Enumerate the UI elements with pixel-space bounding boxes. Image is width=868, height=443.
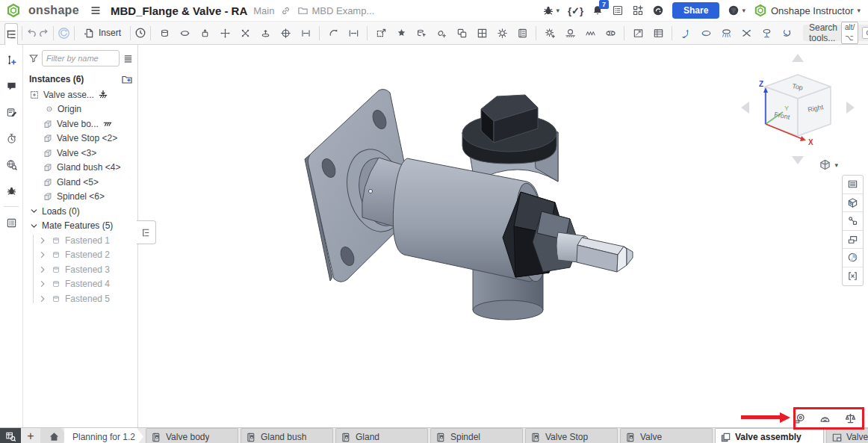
home-tab[interactable] xyxy=(40,428,67,443)
mate-icon[interactable] xyxy=(155,24,174,43)
named-view-icon[interactable] xyxy=(757,24,776,43)
slider-mate-icon[interactable] xyxy=(255,24,275,43)
tree-item-valve-stop-2[interactable]: Valve Stop <2> xyxy=(23,131,137,146)
tab-gland-bush[interactable]: Gland bush xyxy=(241,428,333,443)
workspace-label[interactable]: Main xyxy=(253,5,274,16)
assembly-structure-toggle-icon[interactable] xyxy=(4,23,18,45)
tab-spindel[interactable]: Spindel xyxy=(430,428,523,443)
tree-item-fastened-1[interactable]: Fastened 1 xyxy=(23,233,137,248)
star-feature-icon[interactable] xyxy=(391,24,411,43)
publication-search-icon[interactable] xyxy=(3,157,19,172)
learning-center-icon[interactable] xyxy=(652,4,664,16)
translate-instance-icon[interactable] xyxy=(344,24,363,43)
app-store-icon[interactable] xyxy=(632,4,644,16)
tree-item-fastened-4[interactable]: Fastened 4 xyxy=(23,277,137,292)
tab-planning[interactable]: Planning for 1.2 xyxy=(64,428,143,443)
pattern-grid-icon[interactable] xyxy=(472,24,492,43)
belt-relation-icon[interactable] xyxy=(601,24,620,43)
view-cube[interactable]: Top Front Right Z X Y xyxy=(753,64,843,154)
panel-flyout-handle[interactable] xyxy=(137,220,156,244)
rotate-up-arrow[interactable] xyxy=(792,54,804,62)
list-options-icon[interactable] xyxy=(123,53,134,64)
rotate-instance-icon[interactable] xyxy=(323,24,343,43)
interference-x-icon[interactable] xyxy=(737,24,756,43)
tree-item-valve-bo[interactable]: Valve bo... xyxy=(23,117,137,131)
mass-scale-icon[interactable] xyxy=(843,412,858,425)
filter-input[interactable] xyxy=(42,50,120,66)
pin-slot-mate-icon[interactable] xyxy=(276,24,295,43)
insert-part-icon[interactable] xyxy=(432,24,451,43)
tree-item-gland-bush-4[interactable]: Gland bush <4> xyxy=(23,161,137,176)
link-icon[interactable] xyxy=(280,5,291,16)
filter-icon[interactable] xyxy=(28,53,39,63)
bug-report-icon[interactable] xyxy=(3,183,19,198)
document-location[interactable]: MBD Examp... xyxy=(311,5,374,16)
ball-mate-icon[interactable] xyxy=(235,24,255,43)
display-cube-icon[interactable] xyxy=(843,194,863,213)
notifications-icon[interactable]: 7 xyxy=(592,4,604,16)
account-menu[interactable]: Onshape Instructor▾ xyxy=(754,4,861,17)
section-view-icon[interactable] xyxy=(843,231,863,250)
tree-item-gland-5[interactable]: Gland <5> xyxy=(23,175,137,190)
tree-section-mate-features[interactable]: Mate Features (5) xyxy=(23,219,137,234)
copy-instances-icon[interactable] xyxy=(452,24,471,43)
properties-list-icon[interactable] xyxy=(3,215,19,230)
feature-script-icon[interactable]: {✓} xyxy=(568,6,583,16)
tape-measure-icon[interactable] xyxy=(792,412,807,425)
history-clock-icon[interactable] xyxy=(134,24,146,43)
tab-valve[interactable]: Valve xyxy=(620,428,713,443)
drawing-sheet-icon[interactable] xyxy=(628,24,648,43)
protractor-icon[interactable] xyxy=(817,412,832,425)
search-tabs-icon[interactable] xyxy=(0,428,21,443)
insert-button[interactable]: Insert xyxy=(78,24,126,43)
search-tools[interactable]: Search tools... alt/⌥ c xyxy=(803,25,868,41)
tree-item-valve-3[interactable]: Valve <3> xyxy=(23,146,137,161)
comments-icon[interactable] xyxy=(3,78,19,93)
debug-icon[interactable]: ▾ xyxy=(542,4,559,16)
tree-item-valve-asse[interactable]: Valve asse... xyxy=(23,87,137,102)
view-options-menu[interactable]: ▾ xyxy=(819,158,838,171)
tab-valve-assembly-drawin[interactable]: Valve assembly Drawin... xyxy=(826,428,868,443)
gear-relation-icon[interactable] xyxy=(492,24,512,43)
graphics-canvas[interactable]: Top Front Right Z X Y xyxy=(138,45,868,427)
follow-mode-icon[interactable] xyxy=(3,52,19,67)
tree-item-fastened-5[interactable]: Fastened 5 xyxy=(23,291,137,306)
insert-folder-icon[interactable] xyxy=(121,73,133,85)
parallel-mate-icon[interactable] xyxy=(296,24,315,43)
revolute-mate-icon[interactable] xyxy=(175,24,194,43)
main-menu-icon[interactable] xyxy=(90,4,102,16)
exploded-view-icon[interactable] xyxy=(777,24,796,43)
select-part-icon[interactable] xyxy=(412,24,431,43)
bom-table-icon[interactable] xyxy=(648,24,668,43)
tree-item-origin[interactable]: Origin xyxy=(23,102,137,117)
tab-valve-assembly[interactable]: Valve assembly xyxy=(715,428,824,443)
tab-gland[interactable]: Gland xyxy=(335,428,428,443)
named-positions-icon[interactable] xyxy=(512,24,532,43)
edit-notes-icon[interactable] xyxy=(3,105,19,120)
version-history-icon[interactable] xyxy=(3,131,19,146)
help-icon[interactable]: ?▾ xyxy=(728,4,745,16)
explode-lasso-icon[interactable] xyxy=(676,24,695,43)
tab-valve-body[interactable]: Valve body xyxy=(146,428,238,443)
frame-tool-icon[interactable] xyxy=(843,267,863,286)
section-ellipse-icon[interactable] xyxy=(696,24,716,43)
redo-icon[interactable] xyxy=(38,24,49,43)
sync-rotate-icon[interactable] xyxy=(58,24,70,43)
tree-section-loads[interactable]: Loads (0) xyxy=(23,204,137,219)
mate-connector-panel-icon[interactable] xyxy=(843,212,863,231)
new-tab-button[interactable]: + xyxy=(21,428,40,443)
tree-item-fastened-3[interactable]: Fastened 3 xyxy=(23,262,137,277)
relation-gear-icon[interactable] xyxy=(540,24,559,43)
transform-icon[interactable] xyxy=(371,24,391,43)
screw-relation-icon[interactable] xyxy=(580,24,600,43)
planar-mate-icon[interactable] xyxy=(215,24,235,43)
tree-item-fastened-2[interactable]: Fastened 2 xyxy=(23,248,137,263)
rotate-down-arrow[interactable] xyxy=(792,156,804,164)
render-sphere-icon[interactable] xyxy=(843,249,863,267)
release-notes-icon[interactable] xyxy=(612,4,624,16)
undo-icon[interactable] xyxy=(26,24,37,43)
cylindrical-mate-icon[interactable] xyxy=(195,24,214,43)
bom-panel-icon[interactable] xyxy=(843,176,863,194)
tab-valve-stop[interactable]: Valve Stop xyxy=(525,428,618,443)
rack-pinion-icon[interactable] xyxy=(560,24,580,43)
